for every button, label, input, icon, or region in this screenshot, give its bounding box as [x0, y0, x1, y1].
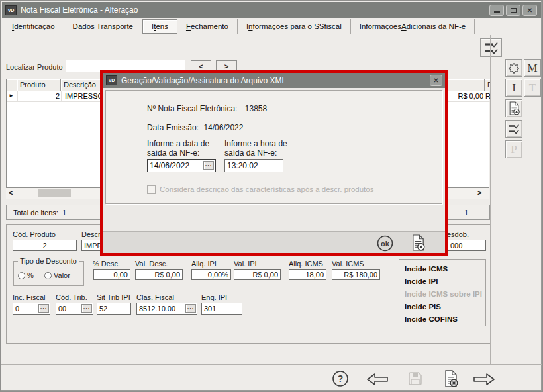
- cancel-xml-button[interactable]: [410, 233, 426, 252]
- aliq-icms-label: Aliq. ICMS: [289, 260, 323, 268]
- content-right-divider: [490, 35, 491, 364]
- tab-itens[interactable]: Itens: [142, 19, 177, 34]
- radio-valor[interactable]: [44, 272, 52, 279]
- status-right-value: 1: [460, 209, 473, 217]
- m-button[interactable]: M: [524, 59, 541, 77]
- dialog-title-bar: VD Geração/Validação/Assinatura do Arqui…: [103, 73, 445, 88]
- list-check-side-button[interactable]: [505, 120, 522, 138]
- incide-pis: Incide PIS: [399, 301, 485, 313]
- dialog-button-bar: ok: [103, 231, 445, 253]
- document-cancel-icon: [411, 234, 426, 251]
- floppy-disk-icon: [407, 371, 423, 387]
- total-itens-value: 1: [62, 209, 66, 217]
- previous-button[interactable]: [366, 372, 389, 386]
- inc-fiscal-lookup-button[interactable]: ...: [38, 304, 49, 313]
- emissao-label: Data Emissão:: [147, 123, 199, 132]
- minimize-button[interactable]: [489, 5, 504, 16]
- close-button[interactable]: ✕: [522, 5, 537, 16]
- maximize-button[interactable]: [506, 5, 520, 16]
- tab-informacoes-adicionais-da-nf-e[interactable]: Informações Adicionais da NF-e: [351, 19, 475, 34]
- ok-button[interactable]: ok: [376, 234, 394, 252]
- indicator-column-header[interactable]: [7, 79, 17, 91]
- enq-ipi-label: Enq. IPI: [201, 293, 227, 301]
- partial-column-header-2[interactable]: E: [485, 79, 490, 91]
- inc-fiscal-label: Inc. Fiscal: [13, 293, 46, 301]
- clas-fiscal-label: Clas. Fiscal: [136, 293, 174, 301]
- save-button-disabled: [407, 371, 423, 387]
- hora-saida-input[interactable]: [224, 159, 283, 172]
- minimize-icon: [494, 11, 500, 13]
- clas-fiscal-field: ...: [136, 303, 197, 315]
- radio-valor-label: Valor: [54, 271, 70, 279]
- config-button[interactable]: [505, 59, 522, 77]
- p-button-disabled: P: [505, 140, 522, 158]
- tipo-desconto-legend: Tipo de Desconto: [18, 257, 79, 265]
- nf-number-label: Nº Nota Fiscal Eletrônica:: [147, 104, 237, 113]
- list-check-button[interactable]: [480, 38, 502, 57]
- produto-column-header[interactable]: Produto: [17, 79, 61, 91]
- dialog-content-panel: Nº Nota Fiscal Eletrônica: 13858 Data Em…: [105, 90, 442, 204]
- close-icon: ✕: [433, 77, 438, 84]
- gear-icon: [507, 62, 520, 75]
- svg-text:ok: ok: [381, 240, 390, 248]
- document-cancel-icon: [508, 101, 520, 115]
- tab-informacoes-para-o-ssfiscal[interactable]: Informações para o SSfiscal: [238, 19, 351, 34]
- radio-percent-label: %: [27, 271, 34, 279]
- app-window: VD Nota Fiscal Eletrônica - Alteração ✕ …: [0, 0, 543, 392]
- val-icms-input[interactable]: [332, 269, 380, 280]
- val-icms-label: Val. ICMS: [332, 260, 364, 268]
- letter-t-icon: T: [529, 81, 536, 95]
- tipo-desconto-groupbox: Tipo de Desconto % Valor: [13, 261, 84, 286]
- perc-desc-input[interactable]: [93, 269, 130, 280]
- next-button[interactable]: [472, 372, 496, 386]
- dialog-close-button[interactable]: ✕: [430, 75, 442, 86]
- val-ipi-input[interactable]: [234, 269, 281, 280]
- cod-produto-label: Cód. Produto: [13, 230, 56, 238]
- perc-desc-label: % Desc.: [93, 260, 120, 268]
- arrow-right-icon: [473, 373, 495, 386]
- tab-identificacao[interactable]: Identificação: [3, 19, 64, 34]
- list-check-icon: [508, 124, 520, 134]
- aliq-ipi-input[interactable]: [191, 269, 231, 280]
- scroll-left-icon[interactable]: <: [9, 189, 13, 197]
- tab-dados-transporte[interactable]: Dados Transporte: [64, 19, 142, 34]
- help-button[interactable]: [332, 370, 349, 387]
- letter-i-icon: I: [512, 81, 516, 95]
- cod-produto-input[interactable]: [13, 240, 77, 251]
- maximize-icon: [511, 8, 517, 13]
- data-saida-calendar-button[interactable]: ...: [203, 161, 214, 170]
- data-saida-field: ...: [147, 159, 216, 172]
- cancel-nota-button[interactable]: [442, 369, 460, 388]
- enq-ipi-input[interactable]: [201, 303, 242, 315]
- cod-trib-field: ...: [56, 303, 93, 315]
- letter-p-icon: P: [511, 143, 517, 156]
- clas-fiscal-lookup-button[interactable]: ...: [185, 304, 196, 313]
- val-desc-label: Val. Desc.: [135, 260, 168, 268]
- document-cancel-icon: [443, 370, 459, 387]
- aliq-icms-input[interactable]: [289, 269, 326, 280]
- val-ipi-label: Val. IPI: [234, 260, 257, 268]
- considera-descricao-label: Considera descrição das características …: [160, 185, 373, 193]
- cod-trib-lookup-button[interactable]: ...: [81, 304, 92, 313]
- aliq-ipi-label: Aliq. IPI: [191, 260, 217, 268]
- list-check-icon: [484, 42, 499, 54]
- tab-bar: IdentificaçãoDados TransporteItensFecham…: [3, 19, 475, 34]
- app-logo-icon: VD: [5, 5, 17, 15]
- radio-percent[interactable]: [18, 272, 25, 279]
- hora-saida-label: Informe a hora de saída da NF-e:: [224, 139, 301, 158]
- help-icon: [332, 370, 349, 387]
- scroll-right-icon[interactable]: >: [477, 189, 481, 197]
- i-button[interactable]: I: [505, 79, 522, 97]
- val-desc-input[interactable]: [135, 269, 183, 280]
- dialog-logo-icon: VD: [106, 75, 117, 85]
- t-button-disabled: T: [524, 79, 541, 97]
- tab-fechamento[interactable]: Fechamento: [177, 19, 238, 34]
- inc-fiscal-field: ...: [13, 303, 50, 315]
- window-title: Nota Fiscal Eletrônica - Alteração: [21, 5, 138, 15]
- cancel-doc-side-button[interactable]: [505, 99, 522, 117]
- localizar-produto-label: Localizar Produto: [6, 63, 63, 71]
- data-saida-label: Informe a data de saída da NF-e:: [147, 139, 223, 158]
- scrollbar-thumb[interactable]: [38, 189, 71, 197]
- arrow-left-icon: [366, 373, 389, 386]
- sit-trib-ipi-input[interactable]: [97, 303, 131, 315]
